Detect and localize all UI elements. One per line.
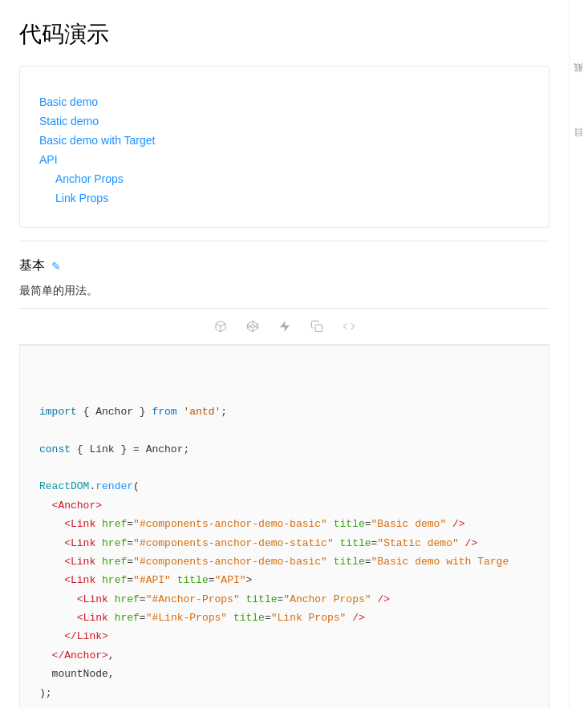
section-divider [19,241,549,241]
toc-link-anchor-props[interactable]: Anchor Props [55,172,124,185]
svg-rect-5 [315,325,322,332]
svg-marker-4 [280,321,290,331]
toc-link-link-props[interactable]: Link Props [55,192,108,204]
toc-item-link-props[interactable]: Link Props [39,188,529,208]
toc-link-basic-demo-target[interactable]: Basic demo with Target [39,134,155,147]
toc-card: Basic demo Static demo Basic demo with T… [19,66,549,228]
expand-code-icon[interactable] [339,317,359,336]
toc-item-static-demo[interactable]: Static demo [39,111,529,131]
copy-icon[interactable] [307,317,326,336]
page-title: 代码演示 [19,19,549,50]
toc-item-api[interactable]: API [39,150,529,169]
section-description: 最简单的用法。 [19,281,549,308]
edit-icon[interactable]: ✎ [51,260,61,273]
code-block: import { Anchor } from 'antd'; const { L… [19,345,549,708]
toc-link-static-demo[interactable]: Static demo [39,115,99,127]
section-title-text: 基本 [19,257,45,274]
codesandbox-icon[interactable] [211,317,230,336]
demo-toolbar [19,308,549,345]
toc-link-api[interactable]: API [39,153,58,166]
toc-item-anchor-props[interactable]: Anchor Props [39,169,529,188]
stackblitz-icon[interactable] [275,317,294,336]
toc-item-basic-demo[interactable]: Basic demo [39,92,529,111]
right-sidebar: 截 目 [569,0,588,708]
codepen-icon[interactable] [243,317,262,336]
toc-item-basic-demo-target[interactable]: Basic demo with Target [39,131,529,150]
section-header: 基本 ✎ [19,248,549,281]
toc-navigation: Basic demo Static demo Basic demo with T… [39,86,529,214]
toc-link-basic-demo[interactable]: Basic demo [39,95,98,108]
